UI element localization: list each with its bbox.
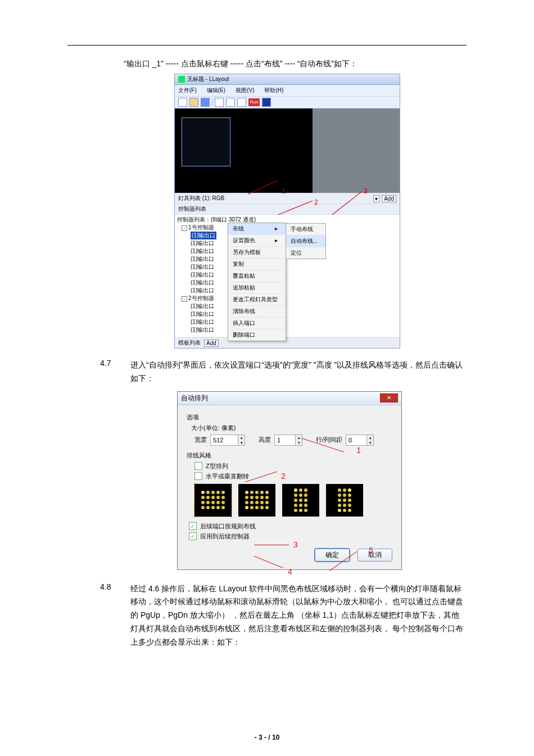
dlg-mark-4: 4: [288, 567, 292, 576]
screenshot-llayout: 无标题 - LLayout 文件(F) 编辑(E) 视图(V) 帮助(H) Ru…: [174, 74, 400, 348]
style-label: 排线风格: [187, 451, 392, 460]
stop-icon[interactable]: [262, 98, 271, 107]
ctx-item-clear[interactable]: 清除布线: [228, 306, 286, 318]
style-tiles: [194, 484, 392, 517]
tree-port[interactable]: (1)输出口: [177, 326, 397, 334]
save-icon[interactable]: [201, 98, 210, 107]
spin-up-icon[interactable]: ▴: [366, 435, 373, 440]
height-input[interactable]: [275, 435, 295, 445]
rect-icon[interactable]: [237, 98, 246, 107]
context-menu[interactable]: 布线▸ 手动布线 自动布线... 定位 设置颜色▸ 另存为模板 复制 覆盖粘贴 …: [228, 223, 286, 341]
controller-tree[interactable]: 控制器列表：(8端口 3072 通道) -1号控制器 (1)输出口 (1)输出口…: [175, 215, 400, 337]
selection-rect[interactable]: [182, 117, 230, 166]
tree-ctrl-2[interactable]: -2号控制器: [177, 295, 397, 302]
menu-help[interactable]: 帮助(H): [264, 87, 283, 94]
lamp-add-button[interactable]: Add: [382, 195, 396, 202]
menu-view[interactable]: 视图(V): [236, 87, 254, 94]
ctx-item-color[interactable]: 设置颜色▸: [228, 235, 286, 247]
template-add-button[interactable]: Add: [204, 339, 219, 347]
separator: [212, 98, 212, 106]
lamp-list-label: 灯具列表 (1): RGB: [178, 194, 224, 202]
width-spinner[interactable]: ▴▾: [210, 434, 245, 446]
tree-port[interactable]: (1)输出口: [177, 310, 397, 318]
style-tile-2[interactable]: [238, 484, 275, 517]
checkbox-z[interactable]: [194, 462, 202, 470]
app-icon: [178, 76, 185, 83]
ctx-item-insert[interactable]: 插入端口: [228, 318, 286, 329]
tree-port[interactable]: (1)输出口: [177, 302, 397, 310]
ctx-item-routing[interactable]: 布线▸ 手动布线 自动布线... 定位: [228, 223, 286, 235]
mark-1: 1: [282, 187, 286, 195]
style-tile-3[interactable]: [282, 484, 319, 517]
spin-down-icon[interactable]: ▾: [238, 440, 245, 445]
left-panel: 灯具列表 (1): RGB ▾ Add 控制器列表 控制器列表：(8端口 307…: [175, 193, 400, 348]
chevron-right-icon: ▸: [275, 237, 278, 245]
run-button[interactable]: Run: [248, 98, 260, 106]
spin-down-icon[interactable]: ▾: [295, 440, 302, 445]
checkbox-apply-ctrl[interactable]: ✓: [189, 532, 197, 540]
lamp-list-dropdown[interactable]: ▾: [373, 195, 379, 202]
tree-port[interactable]: (1)输出口: [177, 318, 397, 326]
header-rule: [67, 45, 467, 46]
ctx-sub-auto[interactable]: 自动布线...: [286, 236, 325, 247]
cancel-button[interactable]: 取消: [357, 549, 392, 562]
redo-icon[interactable]: [226, 98, 235, 107]
spin-down-icon[interactable]: ▾: [366, 440, 373, 445]
controller-list-label: 控制器列表: [178, 205, 206, 213]
menu-file[interactable]: 文件(F): [178, 87, 197, 94]
screenshot-auto-arrange-dialog: 自动排列 ✕ 选项 大小(单位: 像素) 宽度 ▴▾ 高度 ▴▾ 行/列间距: [177, 391, 402, 570]
tree-port[interactable]: (1)输出口: [177, 287, 397, 295]
dlg-mark-2: 2: [281, 472, 286, 481]
dlg-mark-1: 1: [356, 446, 361, 455]
collapse-icon[interactable]: -: [182, 225, 187, 231]
template-list-label: 模板列表: [178, 339, 201, 347]
open-icon[interactable]: [189, 98, 198, 107]
mark-2: 2: [314, 198, 318, 206]
page-footer: - 3 - / 10: [0, 734, 534, 741]
context-submenu[interactable]: 手动布线 自动布线... 定位: [286, 223, 326, 259]
ctx-item-save-tpl[interactable]: 另存为模板: [228, 247, 286, 259]
dlg-mark-5: 5: [369, 546, 373, 555]
ctx-sub-locate[interactable]: 定位: [286, 247, 325, 259]
style-tile-4[interactable]: [326, 484, 363, 517]
ctx-item-delete[interactable]: 删除端口: [228, 329, 286, 341]
tree-port[interactable]: (1)输出口: [177, 271, 397, 279]
canvas-area[interactable]: [175, 108, 400, 193]
checkbox-hv[interactable]: [194, 472, 202, 480]
tree-header: 控制器列表：(8端口 3072 通道): [177, 216, 397, 224]
ctx-item-paste-ov[interactable]: 覆盖粘贴: [228, 270, 286, 282]
width-label: 宽度: [194, 436, 207, 444]
ctx-item-copy[interactable]: 复制: [228, 259, 286, 270]
width-input[interactable]: [211, 435, 238, 445]
gap-input[interactable]: [346, 435, 366, 445]
new-icon[interactable]: [178, 98, 187, 107]
spin-up-icon[interactable]: ▴: [238, 435, 245, 440]
collapse-icon[interactable]: -: [182, 296, 187, 302]
gap-label: 行/列间距: [316, 436, 342, 444]
checkbox-follow-port[interactable]: ✓: [189, 522, 197, 530]
style-tile-1[interactable]: [194, 484, 232, 517]
chevron-right-icon: ▸: [275, 225, 278, 233]
window-title: 无标题 - LLayout: [187, 75, 229, 83]
close-icon[interactable]: ✕: [380, 393, 398, 402]
section-body-48: 经过 4.6 操作后，鼠标在 LLayout 软件中间黑色布线区域移动时，会有一…: [130, 582, 467, 649]
dialog-titlebar: 自动排列 ✕: [178, 392, 401, 405]
menubar: 文件(F) 编辑(E) 视图(V) 帮助(H): [175, 85, 400, 97]
mark-3: 3: [364, 187, 368, 195]
height-label: 高度: [259, 436, 271, 444]
menu-edit[interactable]: 编辑(E): [207, 87, 225, 94]
checkbox-hv-label: 水平或垂直翻转: [206, 472, 249, 481]
ctx-item-paste-ap[interactable]: 追加粘贴: [228, 282, 286, 294]
height-spinner[interactable]: ▴▾: [274, 434, 302, 446]
window-titlebar: 无标题 - LLayout: [175, 74, 400, 85]
ctx-sub-manual[interactable]: 手动布线: [286, 224, 325, 236]
undo-icon[interactable]: [215, 98, 224, 107]
tree-port[interactable]: (1)输出口: [177, 263, 397, 271]
ctx-item-change[interactable]: 更改工程灯具类型: [228, 294, 286, 306]
section-number-48: 4.8: [100, 582, 118, 649]
tree-port[interactable]: (1)输出口: [177, 279, 397, 287]
gap-spinner[interactable]: ▴▾: [346, 434, 374, 446]
dlg-mark-3-line: [254, 545, 289, 545]
dlg-mark-3: 3: [293, 540, 298, 549]
dialog-title: 自动排列: [181, 393, 208, 403]
